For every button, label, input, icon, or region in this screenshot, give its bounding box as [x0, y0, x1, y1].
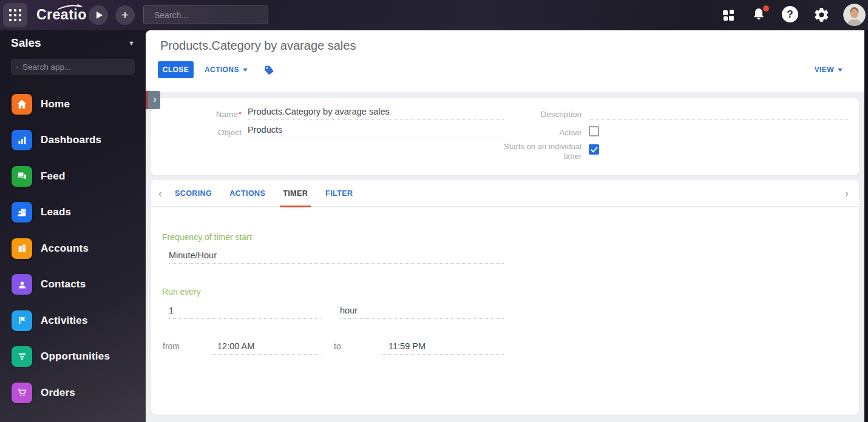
object-field[interactable]: Products: [248, 122, 504, 138]
sidebar-item-orders[interactable]: Orders: [0, 375, 146, 411]
tabs-bar: ‹ SCORING ACTIONS TIMER FILTER ›: [151, 180, 859, 207]
orders-icon: [12, 383, 32, 403]
sidebar-item-dashboards[interactable]: Dashboards: [0, 122, 146, 159]
sidebar-item-label: Home: [41, 98, 70, 110]
main-content: Products.Category by avarage sales CLOSE…: [146, 30, 864, 422]
description-label: Description: [491, 110, 581, 119]
contacts-icon: [12, 274, 32, 295]
help-button[interactable]: ?: [782, 6, 798, 22]
individual-timer-checkbox[interactable]: [589, 144, 599, 155]
sidebar-item-label: Opportunities: [41, 350, 110, 363]
sidebar-item-label: Orders: [41, 387, 75, 399]
sidebar-item-accounts[interactable]: Accounts: [0, 230, 146, 267]
plus-icon: +: [121, 8, 129, 21]
workspaces-icon: [721, 8, 736, 22]
notifications-button[interactable]: [751, 7, 768, 24]
sidebar-item-label: Activities: [41, 315, 88, 327]
workspace-title: Sales: [11, 36, 41, 50]
sidebar-item-label: Contacts: [41, 278, 86, 290]
quick-add-button[interactable]: +: [115, 5, 135, 25]
dashboards-icon: [12, 130, 32, 150]
sidebar-item-label: Feed: [41, 170, 65, 183]
object-label: Object: [151, 128, 242, 137]
search-icon: [16, 63, 18, 72]
tab-actions[interactable]: ACTIONS: [229, 180, 265, 207]
feed-icon: [12, 166, 32, 187]
app-menu-button[interactable]: [3, 3, 27, 27]
gear-icon: [813, 7, 830, 23]
notification-badge: [763, 5, 769, 12]
tag-icon: [262, 64, 276, 77]
to-label: to: [334, 341, 341, 351]
close-button[interactable]: CLOSE: [158, 61, 194, 78]
active-checkbox[interactable]: [589, 126, 599, 136]
tags-button[interactable]: [262, 64, 276, 77]
global-search: [143, 5, 268, 24]
tab-filter[interactable]: FILTER: [325, 180, 353, 207]
right-edge: [864, 30, 868, 422]
sidebar-item-feed[interactable]: Feed: [0, 158, 146, 195]
question-icon: ?: [787, 8, 793, 21]
page-title: Products.Category by avarage sales: [160, 39, 356, 53]
run-every-label: Run every: [162, 287, 201, 296]
top-bar: Creatio + ?: [0, 0, 868, 30]
accounts-icon: [12, 238, 32, 259]
tab-scoring[interactable]: SCORING: [175, 180, 212, 207]
required-asterisk: *: [239, 110, 242, 119]
active-label: Active: [491, 128, 581, 137]
home-icon: [12, 94, 32, 115]
sidebar-item-leads[interactable]: Leads: [0, 195, 146, 231]
to-time-field[interactable]: 11:59 PM: [382, 339, 504, 355]
user-avatar[interactable]: [843, 4, 866, 26]
sidebar-item-activities[interactable]: Activities: [0, 303, 146, 339]
tabs-scroll-right-icon[interactable]: ›: [845, 180, 849, 207]
description-field[interactable]: [589, 104, 848, 120]
sidebar-item-label: Leads: [41, 206, 71, 218]
sidebar-item-opportunities[interactable]: Opportunities: [0, 339, 146, 375]
frequency-label: Frequency of timer start: [162, 232, 252, 242]
record-summary-card: Name* Products.Category by avarage sales…: [151, 98, 859, 175]
global-search-input[interactable]: [154, 10, 264, 20]
frequency-field[interactable]: Minute/Hour: [169, 248, 504, 264]
sidebar-item-label: Dashboards: [41, 134, 101, 146]
opportunities-icon: [12, 346, 32, 367]
settings-button[interactable]: [813, 7, 828, 21]
tab-timer[interactable]: TIMER: [283, 180, 308, 207]
app-search-input[interactable]: [22, 62, 130, 72]
workspace-caret-icon[interactable]: ▼: [128, 39, 135, 47]
individual-timer-label: Starts on an individual timer: [491, 142, 581, 161]
leads-icon: [12, 202, 32, 223]
sidebar-item-label: Accounts: [41, 243, 89, 255]
chevron-down-icon: [838, 69, 843, 72]
app-search: [11, 59, 135, 75]
creatio-logo: Creatio: [36, 7, 87, 23]
logo-swoosh-icon: [58, 4, 83, 10]
view-button[interactable]: VIEW: [815, 61, 843, 78]
run-process-button[interactable]: [89, 5, 108, 25]
from-label: from: [163, 341, 180, 351]
page-header: Products.Category by avarage sales CLOSE…: [146, 30, 864, 92]
grid-icon: [9, 9, 21, 21]
run-every-value-field[interactable]: 1: [169, 303, 322, 319]
from-time-field[interactable]: 12:00 AM: [211, 339, 320, 355]
sidebar-item-contacts[interactable]: Contacts: [0, 267, 146, 303]
sidebar-nav: Home Dashboards Feed: [0, 86, 146, 411]
detail-tabs-card: ‹ SCORING ACTIONS TIMER FILTER › Frequen…: [151, 180, 859, 415]
name-label: Name*: [151, 110, 242, 119]
play-icon: [97, 12, 103, 19]
sidebar: Sales ▼ Home Dashboards: [0, 30, 146, 422]
sidebar-item-home[interactable]: Home: [0, 86, 146, 122]
run-every-unit-field[interactable]: hour: [340, 303, 504, 319]
expand-panel-button[interactable]: ›: [146, 91, 160, 109]
tabs-scroll-left-icon[interactable]: ‹: [158, 180, 162, 207]
workspaces-button[interactable]: [721, 8, 736, 22]
actions-button[interactable]: ACTIONS: [205, 61, 248, 78]
chevron-down-icon: [243, 69, 248, 72]
name-field[interactable]: Products.Category by avarage sales: [248, 104, 504, 120]
activities-icon: [12, 310, 32, 331]
